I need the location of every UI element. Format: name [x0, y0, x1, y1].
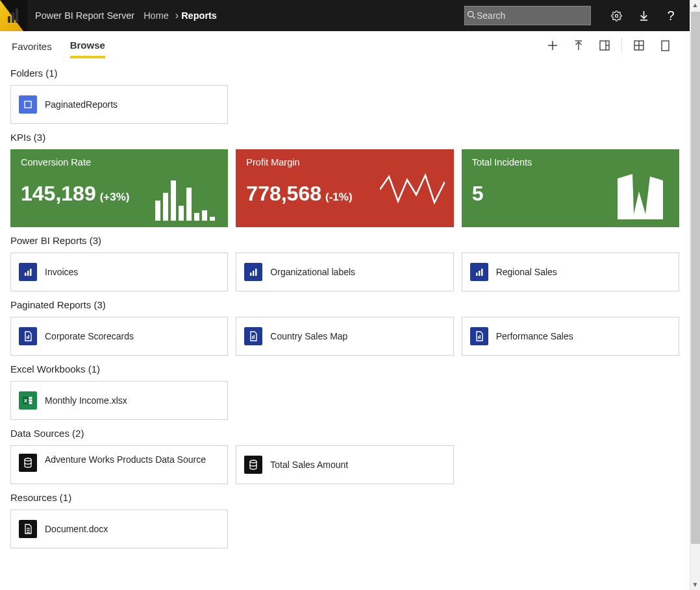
tile-label: Invoices: [45, 266, 78, 278]
breadcrumb-current[interactable]: Reports: [181, 10, 217, 21]
section-heading: Power BI Reports (3): [10, 235, 679, 246]
section-heading: Resources (1): [10, 492, 679, 503]
view-tiles-button[interactable]: [626, 32, 652, 58]
svg-rect-21: [27, 271, 29, 276]
svg-rect-37: [29, 397, 32, 404]
svg-rect-0: [8, 16, 10, 23]
tile-label: Total Sales Amount: [270, 459, 348, 471]
folder-tile[interactable]: PaginatedReports: [10, 85, 228, 124]
svg-rect-28: [481, 269, 483, 276]
svg-point-3: [468, 12, 473, 17]
scroll-thumb[interactable]: [691, 12, 700, 544]
kpi-value: 145,189: [21, 182, 96, 206]
new-button[interactable]: [540, 32, 566, 58]
view-list-button[interactable]: [652, 32, 678, 58]
datasource-tile[interactable]: Total Sales Amount: [236, 445, 453, 484]
svg-rect-23: [250, 273, 252, 276]
section-resources: Resources (1) Document.docx: [0, 492, 690, 548]
svg-rect-2: [16, 8, 18, 23]
tab-favorites[interactable]: Favorites: [12, 34, 52, 57]
resource-tile[interactable]: Document.docx: [10, 510, 228, 548]
section-heading: Data Sources (2): [10, 428, 679, 439]
app-title: Power BI Report Server: [35, 10, 134, 21]
kpi-tile-total-incidents[interactable]: Total Incidents 5: [462, 149, 679, 227]
scroll-up-icon[interactable]: ▲: [690, 0, 701, 10]
tile-label: Organizational labels: [270, 266, 355, 278]
section-folders: Folders (1) PaginatedReports: [0, 68, 690, 124]
svg-rect-26: [476, 273, 478, 276]
svg-line-4: [472, 16, 474, 18]
scroll-down-icon[interactable]: ▼: [690, 580, 701, 590]
datasource-tile[interactable]: Adventure Works Products Data Source: [10, 445, 228, 484]
report-tile[interactable]: Invoices: [10, 252, 228, 291]
svg-rect-32: [254, 335, 255, 339]
breadcrumb: Home › Reports: [144, 10, 217, 21]
paginated-report-tile[interactable]: Performance Sales: [462, 317, 679, 356]
vertical-scrollbar[interactable]: ▲ ▼: [690, 0, 700, 590]
section-heading: Paginated Reports (3): [10, 299, 679, 310]
svg-rect-29: [27, 336, 28, 339]
svg-rect-19: [25, 101, 31, 108]
svg-rect-24: [253, 271, 255, 276]
powerbi-report-icon: [19, 263, 37, 281]
tile-label: Document.docx: [45, 523, 108, 535]
paginated-report-tile[interactable]: Corporate Scorecards: [10, 317, 228, 356]
excel-icon: X: [19, 391, 37, 410]
help-button[interactable]: ?: [657, 0, 684, 31]
report-tile[interactable]: Regional Sales: [462, 252, 679, 291]
search-input[interactable]: [477, 10, 590, 21]
svg-text:X: X: [24, 398, 28, 404]
kpi-trend: (-1%): [325, 191, 353, 204]
paginated-report-tile[interactable]: Country Sales Map: [236, 317, 453, 356]
section-kpis: KPIs (3) Conversion Rate 145,189 (+3%) P…: [0, 132, 690, 227]
folder-icon: [19, 95, 37, 114]
powerbi-logo[interactable]: [0, 0, 27, 31]
paginated-report-icon: [470, 327, 488, 345]
tile-label: Country Sales Map: [270, 330, 347, 342]
report-tile[interactable]: Organizational labels: [236, 252, 453, 291]
tabbar: Favorites Browse: [0, 31, 690, 60]
kpi-tile-profit-margin[interactable]: Profit Margin 778,568 (-1%): [236, 149, 453, 227]
section-heading: Folders (1): [10, 68, 679, 79]
paginated-report-icon: [244, 327, 262, 345]
kpi-sparkline-bars: [155, 170, 220, 221]
svg-point-5: [615, 14, 618, 17]
powerbi-report-icon: [470, 263, 488, 281]
tile-label: Monthly Income.xlsx: [45, 395, 127, 406]
section-paginated-reports: Paginated Reports (3) Corporate Scorecar…: [0, 299, 690, 356]
svg-rect-33: [478, 336, 479, 339]
svg-rect-18: [662, 41, 669, 51]
tile-label: Regional Sales: [496, 266, 557, 278]
svg-rect-25: [255, 269, 257, 276]
download-button[interactable]: [630, 0, 657, 31]
svg-rect-31: [252, 336, 253, 339]
database-icon: [244, 456, 262, 474]
section-data-sources: Data Sources (2) Adventure Works Product…: [0, 428, 690, 484]
section-heading: Excel Workbooks (1): [10, 363, 679, 375]
chevron-right-icon: ›: [175, 10, 179, 21]
tab-browse[interactable]: Browse: [70, 33, 105, 58]
svg-rect-22: [30, 269, 32, 276]
section-powerbi-reports: Power BI Reports (3) Invoices Organizati…: [0, 235, 690, 291]
kpi-visual-shape: [614, 169, 666, 221]
tile-label: Corporate Scorecards: [45, 330, 134, 342]
kpi-tile-conversion-rate[interactable]: Conversion Rate 145,189 (+3%): [10, 149, 228, 227]
search-box[interactable]: [464, 6, 591, 25]
search-icon: [465, 10, 477, 21]
database-icon: [19, 454, 37, 472]
breadcrumb-home[interactable]: Home: [144, 10, 169, 21]
powerbi-report-icon: [244, 263, 262, 281]
document-icon: [19, 520, 37, 538]
upload-button[interactable]: [566, 32, 592, 58]
kpi-title: Conversion Rate: [21, 157, 218, 167]
svg-point-40: [25, 458, 31, 461]
excel-tile[interactable]: X Monthly Income.xlsx: [10, 381, 228, 420]
svg-rect-20: [25, 273, 27, 276]
kpi-title: Total Incidents: [472, 157, 669, 167]
manage-button[interactable]: [592, 32, 618, 58]
paginated-report-icon: [19, 327, 37, 345]
svg-point-41: [250, 460, 256, 463]
settings-button[interactable]: [603, 0, 630, 31]
kpi-value: 778,568: [246, 182, 321, 206]
tile-label: PaginatedReports: [45, 99, 118, 110]
